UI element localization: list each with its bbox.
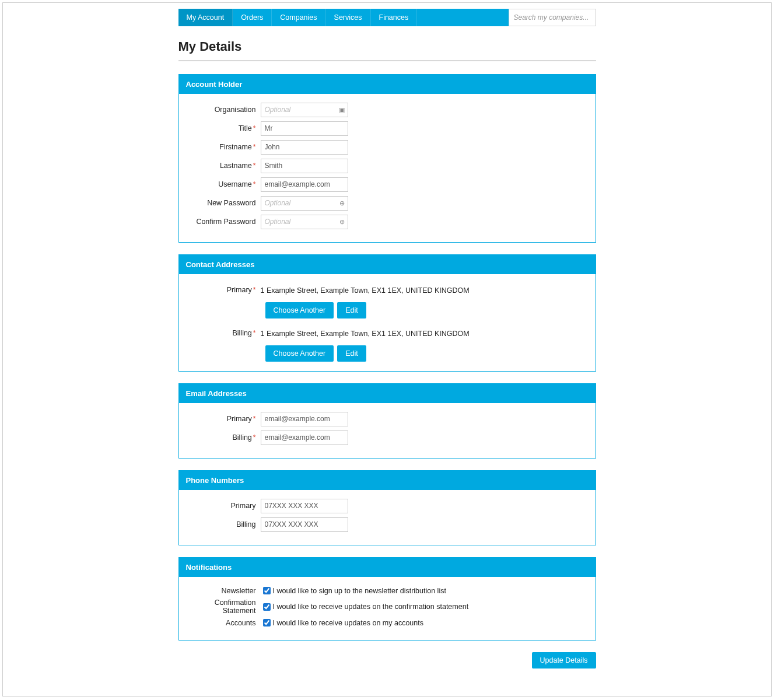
username-label: Username* [186,180,261,188]
panel-notifications: Notifications Newsletter I would like to… [178,557,596,640]
billing-choose-another-button[interactable]: Choose Another [265,345,334,362]
lastname-label: Lastname* [186,162,261,170]
primary-phone-label: Primary [186,502,261,510]
primary-email-label: Primary* [186,415,261,423]
billing-email-label: Billing* [186,433,261,442]
nav-finances[interactable]: Finances [371,9,418,26]
billing-phone-label: Billing [186,520,261,528]
accounts-label: Accounts [186,619,261,627]
primary-phone-input[interactable] [261,499,348,513]
primary-edit-button[interactable]: Edit [337,302,366,318]
top-nav: My Account Orders Companies Services Fin… [178,9,596,26]
billing-email-input[interactable] [261,430,348,445]
title-label: Title* [186,124,261,132]
billing-phone-input[interactable] [261,517,348,532]
confirmation-statement-label: Confirmation Statement [186,598,261,615]
newsletter-label: Newsletter [186,587,261,595]
firstname-label: Firstname* [186,143,261,151]
confirmation-statement-checkbox[interactable] [263,603,271,611]
primary-address-label: Primary* [186,286,261,294]
primary-choose-another-button[interactable]: Choose Another [265,302,334,318]
newsletter-text: I would like to sign up to the newslette… [273,587,446,595]
panel-phone-numbers: Phone Numbers Primary Billing [178,470,596,545]
confirm-password-input[interactable] [261,215,348,229]
search-box [509,9,596,26]
accounts-text: I would like to receive updates on my ac… [273,619,423,627]
panel-account-holder: Account Holder Organisation ▣ Title* Fir… [178,74,596,243]
confirm-password-label: Confirm Password [186,218,261,226]
organisation-label: Organisation [186,106,261,114]
lastname-input[interactable] [261,159,348,173]
newsletter-checkbox[interactable] [263,587,271,594]
confirmation-statement-text: I would like to receive updates on the c… [273,603,469,611]
new-password-label: New Password [186,199,261,207]
panel-header-contact-addresses: Contact Addresses [179,255,596,274]
panel-header-notifications: Notifications [179,558,596,577]
new-password-input[interactable] [261,196,348,211]
billing-address-value: 1 Example Street, Example Town, EX1 1EX,… [261,328,470,338]
page-title: My Details [178,39,596,54]
nav-my-account[interactable]: My Account [178,9,233,26]
organisation-input[interactable] [261,103,348,117]
accounts-checkbox[interactable] [263,619,271,626]
nav-companies[interactable]: Companies [272,9,325,26]
nav-orders[interactable]: Orders [233,9,272,26]
title-input[interactable] [261,121,348,136]
panel-header-phone-numbers: Phone Numbers [179,471,596,490]
panel-email-addresses: Email Addresses Primary* Billing* [178,383,596,459]
search-input[interactable] [509,10,596,25]
primary-email-input[interactable] [261,412,348,426]
firstname-input[interactable] [261,140,348,155]
update-details-button[interactable]: Update Details [532,652,596,668]
billing-edit-button[interactable]: Edit [337,345,366,362]
panel-header-email-addresses: Email Addresses [179,384,596,403]
nav-services[interactable]: Services [326,9,371,26]
username-input[interactable] [261,177,348,192]
primary-address-value: 1 Example Street, Example Town, EX1 1EX,… [261,285,470,295]
panel-header-account-holder: Account Holder [179,75,596,94]
panel-contact-addresses: Contact Addresses Primary* 1 Example Str… [178,254,596,372]
title-divider [178,60,596,61]
billing-address-label: Billing* [186,329,261,337]
